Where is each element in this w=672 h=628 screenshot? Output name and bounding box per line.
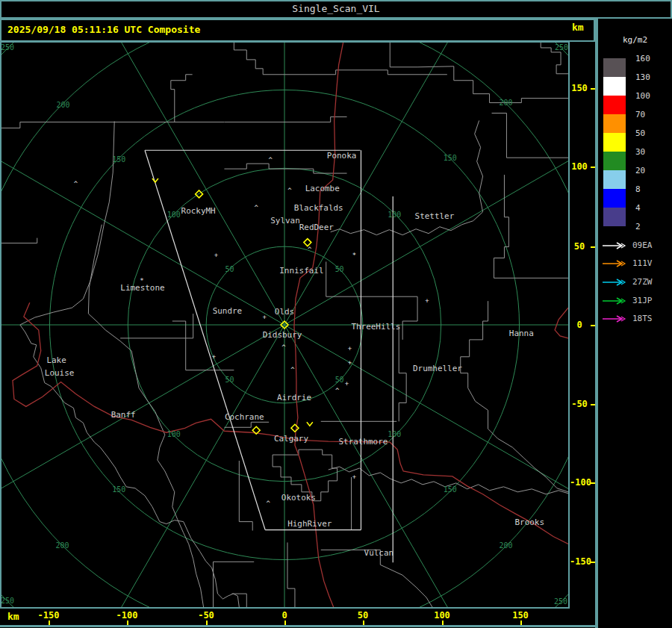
right-axis-unit-label: km (572, 22, 594, 38)
right-axis-tick-label: 0 (570, 320, 589, 330)
boundary-line (399, 326, 406, 421)
point-marker: + (262, 314, 266, 321)
city-label: Olds (275, 307, 294, 317)
boundary-line (321, 550, 432, 607)
legend-swatch (603, 77, 626, 96)
vector-id-label: 111V (632, 259, 670, 268)
vector-arrow (602, 259, 629, 268)
city-label: Cochrane (225, 412, 264, 422)
vector-arrow-icon (602, 241, 629, 250)
vector-arrow (602, 314, 629, 323)
legend-swatch (603, 170, 626, 189)
boundary-line (1, 238, 37, 243)
highway-line (555, 308, 568, 338)
ring-distance-label: 50 (225, 376, 234, 384)
point-marker: ^ (266, 500, 270, 507)
radial-line (1, 325, 284, 547)
legend-panel: kg/m2 1601301007050302084209EA111V27ZW31… (598, 19, 672, 628)
radar-app-window: { "title_bar": { "title": "Single_Scan_V… (0, 0, 672, 628)
city-label: Ponoka (327, 151, 357, 161)
city-label: Drumheller (413, 364, 462, 373)
bottom-axis-tick-label: -100 (111, 610, 143, 621)
right-axis-tick-label: 50 (570, 241, 589, 252)
city-label: Brooks (515, 517, 545, 527)
legend-swatch (603, 133, 626, 152)
point-marker: ^ (308, 246, 312, 253)
city-label: Sylvan (270, 216, 300, 226)
bottom-axis-tick-label: -50 (190, 610, 223, 621)
city-label: Okotoks (281, 493, 316, 503)
ring-distance-label: 100 (388, 211, 401, 219)
city-label: HighRiver (287, 519, 332, 529)
ring-distance-label: 200 (499, 541, 512, 550)
scan-timestamp: 2025/09/18 05:11:16 UTC Composite (7, 24, 200, 35)
bottom-axis-unit-label: km (7, 611, 19, 622)
boundary-line (331, 120, 483, 234)
boundary-line (234, 43, 263, 75)
legend-value-label: 160 (635, 54, 668, 63)
legend-value-label: 70 (635, 110, 668, 119)
right-axis-tick-label: -100 (570, 477, 589, 488)
ring-distance-label: 100 (167, 430, 181, 438)
vector-arrow (602, 296, 629, 305)
right-axis-tick-label: -150 (570, 556, 589, 567)
bottom-axis-tick-label: 150 (504, 610, 537, 621)
city-label: RockyMH (181, 206, 216, 216)
boundary-line (287, 542, 295, 607)
vector-id-label: 31JP (632, 296, 670, 305)
bottom-axis-tick-label: 100 (426, 610, 458, 621)
radial-line (62, 43, 284, 325)
storm-arrow (307, 422, 313, 426)
legend-value-label: 2 (635, 222, 668, 231)
legend-swatch (603, 58, 626, 77)
city-label: Innisfail (279, 266, 323, 276)
radial-line (284, 325, 568, 547)
city-label: Hanna (509, 329, 534, 338)
point-marker: ^ (74, 180, 78, 187)
vector-id-label: 18TS (632, 314, 670, 323)
window-title: Single_Scan_VIL (292, 3, 379, 14)
point-marker: + (212, 353, 216, 361)
boundary-line (120, 314, 193, 338)
point-marker: ^ (255, 204, 259, 211)
ring-distance-label: 100 (167, 211, 181, 219)
vector-arrow-icon (602, 314, 629, 323)
vector-arrow (602, 241, 629, 250)
ring-distance-label: 100 (388, 430, 401, 438)
point-marker: + (425, 297, 429, 305)
legend-unit-label: kg/m2 (598, 35, 672, 45)
city-label: ThreeHills (351, 322, 400, 332)
window-title-bar: Single_Scan_VIL (0, 0, 672, 19)
city-label: Blackfalds (294, 203, 343, 213)
boundary-line (263, 70, 447, 75)
vector-arrow (602, 278, 629, 287)
bottom-axis-tick-label: 0 (268, 610, 301, 621)
point-marker: ^ (290, 366, 295, 373)
bottom-axis-tick-label: 50 (346, 610, 379, 621)
legend-value-label: 130 (635, 72, 668, 82)
legend-value-label: 20 (635, 166, 668, 175)
city-label: Vulcan (364, 548, 394, 558)
boundary-line (326, 296, 417, 321)
ring-distance-label: 50 (335, 376, 344, 384)
bottom-axis-tick-label: -150 (32, 610, 65, 621)
right-axis-tick-label: -50 (570, 399, 589, 409)
point-marker: + (345, 380, 349, 388)
ring-distance-label: 250 (554, 597, 567, 606)
ring-distance-label: 250 (1, 43, 14, 52)
boundary-line (390, 43, 568, 103)
boundary-line (171, 75, 193, 122)
ring-distance-label: 50 (225, 265, 234, 273)
city-label: Stettler (415, 211, 455, 221)
legend-swatch (603, 152, 626, 170)
ring-distance-label: 150 (112, 485, 125, 494)
legend-swatch (603, 189, 626, 208)
point-marker: * (352, 252, 356, 259)
city-label: Didsbury (263, 330, 302, 340)
ring-distance-label: 150 (444, 485, 457, 494)
boundary-line (224, 164, 346, 173)
boundary-line (494, 175, 568, 278)
legend-value-label: 100 (635, 91, 668, 101)
ring-distance-label: 200 (57, 101, 70, 109)
ring-distance-label: 250 (1, 597, 14, 605)
